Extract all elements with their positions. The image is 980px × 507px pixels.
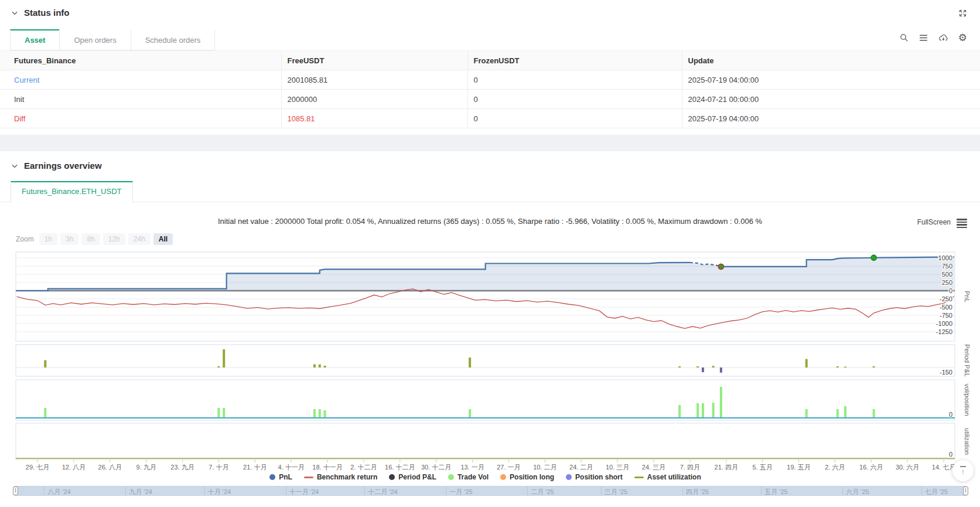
navigator-month-label: 六月 '25 [846,488,869,496]
table-cell: 0 [467,90,682,109]
navigator-gridline [44,486,45,495]
navigator-gridline [364,486,365,495]
navigator-month-label: 三月 '25 [605,488,627,496]
chevron-down-icon[interactable] [11,162,19,170]
chart-legend: PnLBenchmark returnPeriod P&LTrade VolPo… [16,473,955,481]
legend-label: Asset utilization [647,473,701,481]
earnings-section-header: Earnings overview [11,161,102,171]
navigator-month-label: 二月 '25 [531,488,554,496]
arrow-up-to-line-icon: ↑ [960,466,967,475]
legend-marker [634,477,644,478]
navigator-gridline [682,486,683,495]
navigator-gridline [601,486,602,495]
expand-arrows-icon[interactable] [958,9,967,20]
legend-item-period-p-l[interactable]: Period P&L [389,473,436,481]
navigator-month-label: 十一月 '24 [289,488,319,496]
tab-schedule-orders[interactable]: Schedule orders [131,29,216,50]
table-cell: 1085.81 [281,109,467,128]
svg-text:10. 三月: 10. 三月 [606,464,629,471]
back-to-top-button[interactable]: ↑ [952,460,974,481]
table-cell: 0 [467,70,682,90]
legend-marker [500,474,506,480]
navigator-month-label: 十月 '24 [208,488,231,496]
navigator-gridline [204,486,205,495]
chart-navigator[interactable]: 八月 '24九月 '24十月 '24十一月 '24十二月 '24一月 '25二月… [15,486,967,496]
fullscreen-button[interactable]: FullScreen [917,218,951,226]
svg-text:-250: -250 [940,295,952,302]
navigator-left-handle[interactable] [13,486,18,495]
legend-label: Position short [575,473,623,481]
svg-text:21. 十月: 21. 十月 [243,464,267,471]
cloud-download-icon[interactable] [938,33,949,43]
table-cell: 2001085.81 [281,70,467,90]
svg-text:18. 十一月: 18. 十一月 [312,464,342,471]
earnings-stats-line: Initial net value : 2000000 Total profit… [0,217,980,226]
table-cell: 2000000 [281,90,467,109]
column-header: FrozenUSDT [467,51,682,70]
navigator-gridline [527,486,528,495]
chart-menu-icon[interactable] [957,219,967,229]
svg-text:12. 八月: 12. 八月 [62,464,86,471]
svg-text:5. 五月: 5. 五月 [752,464,772,471]
table-cell: 2024-07-21 00:00:00 [682,90,980,109]
navigator-gridline [761,486,762,495]
section-title: Earnings overview [24,161,102,171]
tab-futures-binance-eth-usdt[interactable]: Futures_Binance.ETH_USDT [11,181,133,203]
svg-text:-150: -150 [940,369,952,376]
svg-text:-750: -750 [940,312,952,319]
legend-item-position-long[interactable]: Position long [500,473,554,481]
legend-marker [448,474,454,480]
svg-text:0: 0 [949,411,952,418]
tab-asset[interactable]: Asset [10,29,60,50]
svg-text:27. 一月: 27. 一月 [497,464,520,471]
navigator-gridline [921,486,922,495]
table-toolbar: ⚙ [899,33,967,43]
svg-text:0: 0 [949,287,952,294]
legend-item-pnl[interactable]: PnL [269,473,292,481]
column-header: FreeUSDT [281,51,467,70]
legend-label: PnL [279,473,292,481]
svg-text:9. 九月: 9. 九月 [136,464,156,471]
svg-text:1000: 1000 [938,254,952,261]
column-header: Futures_Binance [0,51,281,70]
legend-label: Position long [510,473,554,481]
chevron-down-icon[interactable] [11,9,19,17]
navigator-gridline [446,486,446,495]
table-cell: 2025-07-19 04:00:00 [682,70,980,90]
table-row: Current2001085.8102025-07-19 04:00:00 [0,70,980,90]
svg-text:4. 十一月: 4. 十一月 [278,464,305,471]
svg-text:26. 八月: 26. 八月 [98,464,122,471]
trading-dashboard: Status info AssetOpen ordersSchedule ord… [0,0,980,507]
svg-text:2. 十二月: 2. 十二月 [350,464,377,471]
legend-marker [304,477,313,478]
legend-item-position-short[interactable]: Position short [566,473,623,481]
svg-text:24. 三月: 24. 三月 [642,464,665,471]
svg-text:0: 0 [949,451,952,458]
svg-text:-500: -500 [940,304,952,311]
search-icon[interactable] [899,33,909,43]
svg-text:2. 六月: 2. 六月 [825,464,845,471]
navigator-month-label: 七月 '25 [925,488,948,496]
table-cell: Init [0,90,281,109]
legend-item-benchmark-return[interactable]: Benchmark return [304,473,377,481]
table-cell: 2025-07-19 04:00:00 [682,109,980,128]
legend-item-asset-utilization[interactable]: Asset utilization [634,473,701,481]
svg-text:250: 250 [942,279,952,286]
legend-item-trade-vol[interactable]: Trade Vol [448,473,489,481]
navigator-month-label: 八月 '24 [47,488,70,496]
svg-text:7. 十月: 7. 十月 [209,464,228,471]
earnings-chart[interactable]: 10007505002500-250-500-750-1000-1250-150… [0,239,980,507]
navigator-right-handle[interactable] [963,486,968,495]
navigator-gridline [125,486,126,495]
menu-icon[interactable] [918,33,928,43]
svg-text:utilization: utilization [964,428,971,455]
navigator-gridline [842,486,843,495]
table-body: Current2001085.8102025-07-19 04:00:00Ini… [0,70,980,128]
status-section-header: Status info [0,0,980,18]
tab-open-orders[interactable]: Open orders [59,29,131,50]
earnings-overview-section: Earnings overview Futures_Binance.ETH_US… [0,151,980,507]
legend-marker [389,474,395,480]
table-cell[interactable]: Current [0,70,281,90]
gear-icon[interactable]: ⚙ [958,33,967,43]
legend-marker [269,474,275,480]
